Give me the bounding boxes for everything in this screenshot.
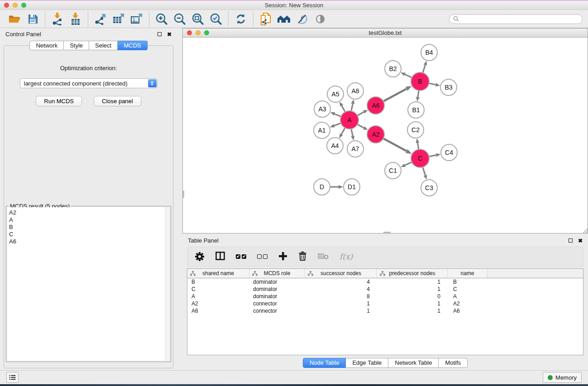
graph-edge-A-A3[interactable]: [335, 114, 341, 116]
close-panel-icon[interactable]: ✖: [167, 32, 172, 37]
tab-network[interactable]: Network: [29, 41, 64, 50]
tab-mcds[interactable]: MCDS: [118, 41, 147, 50]
graph-edge-C-C3[interactable]: [423, 167, 425, 175]
zoom-out-icon[interactable]: [171, 11, 189, 27]
criterion-dropdown[interactable]: largest connected component (directed): [20, 78, 158, 88]
table-row[interactable]: Adominator80A: [187, 293, 583, 300]
search-input[interactable]: [461, 15, 578, 22]
open-session-icon[interactable]: [5, 11, 24, 27]
refresh-icon[interactable]: [232, 11, 250, 27]
graph-edge-B-B3[interactable]: [430, 83, 436, 85]
graph-edge-A-A7[interactable]: [351, 129, 353, 136]
graph-edge-C-C2[interactable]: [418, 143, 419, 149]
table-row[interactable]: Cdominator41C: [187, 286, 583, 293]
table-cell[interactable]: A6: [187, 308, 249, 314]
delete-table-icon[interactable]: [318, 253, 329, 261]
graph-edge-A-A6[interactable]: [358, 112, 363, 115]
dropdown-stepper-icon[interactable]: [148, 79, 157, 87]
zoom-in-icon[interactable]: [153, 11, 171, 27]
table-cell[interactable]: 1: [377, 286, 448, 292]
table-cell[interactable]: A: [448, 293, 488, 300]
graph-edge-A-A4[interactable]: [341, 128, 345, 134]
table-cell[interactable]: 1: [377, 308, 448, 314]
mcds-result-scrollbar[interactable]: [165, 207, 170, 361]
column-header-successor-nodes[interactable]: successor nodes: [305, 269, 377, 278]
task-history-button[interactable]: [6, 372, 19, 383]
graph-edge-C-C4[interactable]: [430, 155, 436, 157]
table-cell[interactable]: B: [187, 279, 249, 285]
select-columns-icon[interactable]: [215, 252, 225, 262]
show-hide-panel-eye-icon[interactable]: [311, 11, 329, 27]
add-column-icon[interactable]: [278, 252, 287, 262]
table-cell[interactable]: A2: [187, 300, 249, 307]
graph-edge-B-B1[interactable]: [418, 91, 419, 97]
close-panel-button[interactable]: Close panel: [94, 96, 141, 106]
table-cell[interactable]: 1: [305, 308, 377, 314]
column-header-mcds-role[interactable]: MCDS role: [249, 269, 305, 278]
table-row[interactable]: Bdominator41B: [187, 278, 583, 286]
network-window-titlebar[interactable]: testGlobe.txt: [183, 29, 588, 38]
horizontal-scrollbar-thumb[interactable]: [383, 232, 391, 233]
save-session-icon[interactable]: [24, 11, 42, 27]
table-cell[interactable]: B: [448, 279, 488, 285]
table-cell[interactable]: 0: [377, 293, 448, 300]
table-cell[interactable]: 4: [305, 279, 377, 285]
mcds-result-item[interactable]: A6: [9, 238, 165, 245]
table-cell[interactable]: A2: [448, 300, 488, 307]
resize-grip[interactable]: [582, 227, 588, 233]
table-cell[interactable]: C: [448, 286, 488, 292]
create-network-from-file-icon[interactable]: [257, 11, 275, 27]
delete-column-trash-icon[interactable]: [298, 251, 307, 262]
table-cell[interactable]: dominator: [249, 293, 305, 300]
mcds-result-item[interactable]: A2: [9, 209, 165, 216]
graph-edge-A-A2[interactable]: [358, 124, 363, 128]
tab-select[interactable]: Select: [89, 41, 118, 50]
toggle-graphics-details-icon[interactable]: f: [293, 11, 311, 27]
vertical-scrollbar-thumb[interactable]: [183, 191, 184, 198]
graph-edge-A-A5[interactable]: [342, 105, 345, 111]
table-cell[interactable]: A6: [448, 308, 488, 314]
tab-network-table[interactable]: Network Table: [388, 358, 439, 368]
export-network-icon[interactable]: [91, 11, 110, 27]
memory-button[interactable]: Memory: [543, 372, 582, 383]
search-box[interactable]: [449, 14, 583, 24]
export-table-icon[interactable]: [110, 11, 128, 27]
graph-edge-A2-C[interactable]: [384, 139, 407, 151]
tab-style[interactable]: Style: [64, 41, 89, 50]
network-canvas[interactable]: B4B2BB3A8A5A6A3B1AA1C2A2A4A7C4CC1C3DD1: [183, 38, 588, 233]
table-row[interactable]: A2connector11A2: [187, 300, 583, 307]
table-cell[interactable]: 8: [305, 293, 377, 300]
table-cell[interactable]: dominator: [249, 286, 305, 292]
float-table-panel-icon[interactable]: [569, 238, 573, 243]
close-table-panel-icon[interactable]: ✖: [578, 238, 583, 243]
tab-node-table[interactable]: Node Table: [303, 358, 346, 368]
table-cell[interactable]: connector: [249, 308, 305, 314]
zoom-selected-icon[interactable]: [207, 11, 225, 27]
graph-edge-B-B2[interactable]: [405, 74, 411, 77]
column-header-predecessor-nodes[interactable]: predecessor nodes: [377, 269, 448, 278]
zoom-fit-icon[interactable]: [189, 11, 207, 27]
table-cell[interactable]: 4: [305, 286, 377, 292]
tab-edge-table[interactable]: Edge Table: [346, 358, 388, 368]
tab-motifs[interactable]: Motifs: [439, 358, 468, 368]
table-cell[interactable]: 1: [377, 300, 448, 307]
table-cell[interactable]: connector: [249, 300, 305, 307]
function-builder-icon[interactable]: f(x): [339, 252, 353, 261]
column-header-shared-name[interactable]: shared name: [187, 269, 249, 278]
table-cell[interactable]: 1: [377, 279, 448, 285]
graph-edge-A-A1[interactable]: [334, 123, 340, 125]
table-settings-gear-icon[interactable]: [195, 249, 205, 264]
export-image-icon[interactable]: [128, 11, 146, 27]
mcds-result-item[interactable]: A: [9, 216, 165, 224]
table-cell[interactable]: 1: [305, 300, 377, 307]
import-table-icon[interactable]: [67, 11, 85, 27]
table-row[interactable]: A6connector11A6: [187, 307, 583, 315]
table-cell[interactable]: dominator: [249, 279, 305, 285]
select-all-icon[interactable]: ✔✔: [236, 254, 246, 259]
run-mcds-button[interactable]: Run MCDS: [36, 96, 82, 106]
graph-edge-A-A8[interactable]: [351, 104, 353, 110]
table-cell[interactable]: A: [187, 293, 249, 300]
deselect-all-icon[interactable]: [257, 254, 268, 259]
table-cell[interactable]: C: [187, 286, 249, 292]
mcds-result-item[interactable]: C: [9, 231, 165, 238]
